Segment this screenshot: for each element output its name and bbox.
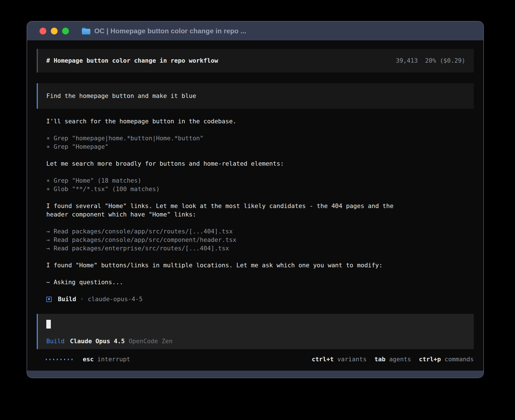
tool-call-grep: ∗Grep "Homepage" <box>46 143 474 151</box>
arrow-right-icon: → <box>46 227 54 236</box>
input-provider-label: OpenCode Zen <box>129 337 173 345</box>
text-cursor <box>46 320 51 329</box>
folder-icon <box>82 28 90 34</box>
tool-call-read: →Read packages/console/app/src/routes/[.… <box>46 227 474 236</box>
hint-agents: tab agents <box>374 355 411 364</box>
working-indicator <box>46 359 73 360</box>
model-row: Build Claude Opus 4.5 OpenCode Zen <box>46 337 465 345</box>
shortcut-hints: ctrl+t variants tab agents ctrl+p comman… <box>312 355 474 364</box>
tool-call-text: Read packages/console/app/src/component/… <box>54 236 236 243</box>
agents-label: agents <box>389 356 411 363</box>
input-model-label[interactable]: Claude Opus 4.5 <box>70 337 125 345</box>
tool-call-text: Grep "Home" (18 matches) <box>54 177 141 184</box>
tool-call-grep: ∗Grep "homepage|home.*button|Home.*butto… <box>46 134 474 143</box>
agent-name: Build <box>58 295 76 303</box>
terminal-content: # Homepage button color change in repo w… <box>27 49 483 378</box>
hint-commands: ctrl+p commands <box>419 355 474 364</box>
variants-label: variants <box>337 356 367 363</box>
tool-asterisk-icon: ∗ <box>46 185 54 193</box>
ctrl-p-key: ctrl+p <box>419 356 441 363</box>
prompt-input[interactable]: Build Claude Opus 4.5 OpenCode Zen <box>37 314 474 349</box>
tool-asterisk-icon: ∗ <box>46 143 54 151</box>
session-title: # Homepage button color change in repo w… <box>46 56 218 65</box>
tool-asterisk-icon: ∗ <box>46 176 54 185</box>
tool-call-read: →Read packages/enterprise/src/routes/[..… <box>46 244 474 253</box>
agent-status-row: Build · claude-opus-4-5 <box>46 295 474 303</box>
token-count: 39,413 <box>396 57 418 64</box>
tool-call-read: →Read packages/console/app/src/component… <box>46 236 474 244</box>
assistant-text: I found "Home" buttons/links in multiple… <box>46 261 474 270</box>
agent-build-icon <box>46 297 52 302</box>
user-message-text: Find the homepage button and make it blu… <box>46 92 196 100</box>
ctrl-t-key: ctrl+t <box>312 356 334 363</box>
tool-asterisk-icon: ∗ <box>46 134 54 143</box>
tool-call-text: Glob "**/*.tsx" (100 matches) <box>54 185 160 193</box>
conversation: I'll search for the homepage button in t… <box>46 117 474 303</box>
assistant-text: Let me search more broadly for buttons a… <box>46 159 474 168</box>
tool-call-text: Grep "Homepage" <box>54 143 108 150</box>
status-text: ~ Asking questions... <box>46 278 474 286</box>
session-stats: 39,41320% ($0.29) <box>396 56 465 65</box>
status-bar: esc interrupt ctrl+t variants tab agents… <box>37 355 474 364</box>
tool-call-text: Read packages/console/app/src/routes/[..… <box>54 228 233 235</box>
assistant-text: I found several "Home" links. Let me loo… <box>46 202 474 210</box>
tool-call-grep: ∗Grep "Home" (18 matches) <box>46 176 474 185</box>
interrupt-label: interrupt <box>97 356 130 363</box>
window-bottom-edge <box>27 371 483 378</box>
tool-call-text: Grep "homepage|home.*button|Home.*button… <box>54 135 204 142</box>
dot-separator: · <box>80 295 84 303</box>
titlebar: OC | Homepage button color change in rep… <box>27 21 483 40</box>
session-header: # Homepage button color change in repo w… <box>37 49 474 73</box>
minimize-button[interactable] <box>51 28 58 34</box>
assistant-text: I'll search for the homepage button in t… <box>46 117 474 126</box>
tool-call-text: Read packages/enterprise/src/routes/[...… <box>54 245 229 252</box>
arrow-right-icon: → <box>46 236 54 244</box>
zoom-button[interactable] <box>62 28 69 34</box>
close-button[interactable] <box>40 28 46 34</box>
terminal-window: OC | Homepage button color change in rep… <box>27 21 483 378</box>
tab-key: tab <box>374 356 385 363</box>
agent-model: claude-opus-4-5 <box>88 295 143 303</box>
commands-label: commands <box>444 356 474 363</box>
user-message: Find the homepage button and make it blu… <box>37 83 474 109</box>
context-cost: 20% ($0.29) <box>425 57 465 64</box>
input-agent-label[interactable]: Build <box>46 337 65 345</box>
esc-key: esc <box>83 356 94 363</box>
hint-interrupt: esc interrupt <box>83 355 130 364</box>
hint-variants: ctrl+t variants <box>312 355 366 364</box>
tool-call-glob: ∗Glob "**/*.tsx" (100 matches) <box>46 185 474 193</box>
assistant-text: header component which have "Home" links… <box>46 210 474 219</box>
window-title: OC | Homepage button color change in rep… <box>94 27 246 35</box>
arrow-right-icon: → <box>46 244 54 253</box>
